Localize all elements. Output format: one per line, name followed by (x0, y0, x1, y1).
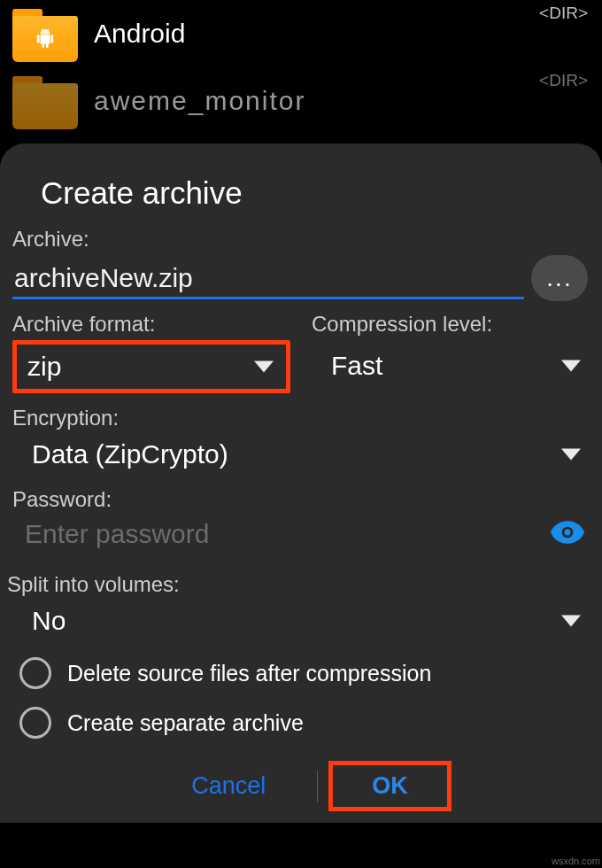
delete-source-checkbox[interactable]: Delete source files after compression (12, 648, 590, 698)
button-separator (317, 771, 318, 802)
password-input[interactable] (12, 515, 542, 553)
chevron-down-icon (254, 360, 274, 373)
encryption-dropdown[interactable]: Data (ZipCrypto) (12, 434, 590, 475)
separate-archive-label: Create separate archive (67, 710, 304, 736)
android-icon (35, 27, 55, 55)
archive-label: Archive: (12, 227, 590, 252)
folder-icon (12, 74, 78, 128)
compression-label: Compression level: (312, 312, 590, 337)
highlight-format: zip (12, 340, 290, 393)
file-name: Android (94, 19, 185, 49)
chevron-down-icon (561, 448, 581, 461)
chevron-down-icon (561, 615, 581, 627)
file-name: aweme_monitor (94, 86, 305, 116)
browse-button[interactable]: ... (531, 255, 588, 301)
create-archive-dialog: Create archive Archive: ... Archive form… (0, 143, 602, 823)
folder-icon (12, 7, 78, 60)
highlight-ok: OK (328, 761, 452, 811)
delete-source-label: Delete source files after compression (67, 661, 431, 686)
chevron-down-icon (561, 360, 581, 372)
show-password-icon[interactable] (551, 521, 590, 547)
dialog-buttons: Cancel OK (12, 760, 590, 823)
watermark: wsxdn.com (552, 856, 600, 866)
dir-tag: <DIR> (539, 71, 588, 90)
password-label: Password: (12, 487, 590, 512)
file-row-android[interactable]: <DIR> Android (0, 0, 602, 67)
encryption-label: Encryption: (12, 406, 590, 430)
compression-level-dropdown[interactable]: Fast (312, 340, 590, 386)
encryption-value: Data (ZipCrypto) (32, 439, 228, 469)
file-row-aweme[interactable]: <DIR> aweme_monitor (0, 67, 602, 135)
separate-archive-checkbox[interactable]: Create separate archive (12, 698, 590, 748)
compression-value: Fast (331, 351, 382, 381)
svg-point-1 (565, 530, 571, 536)
dir-tag: <DIR> (539, 4, 588, 23)
radio-unchecked-icon (19, 707, 51, 739)
ok-button[interactable]: OK (365, 772, 415, 800)
file-list: <DIR> Android <DIR> aweme_monitor (0, 0, 602, 135)
format-value: zip (27, 352, 61, 382)
archive-name-input[interactable] (12, 258, 524, 299)
format-label: Archive format: (12, 312, 290, 337)
split-label: Split into volumes: (7, 572, 590, 597)
split-volumes-dropdown[interactable]: No (12, 601, 590, 641)
archive-format-dropdown[interactable]: zip (22, 346, 277, 387)
dialog-title: Create archive (12, 175, 590, 227)
split-value: No (32, 606, 66, 636)
radio-unchecked-icon (19, 657, 51, 689)
cancel-button[interactable]: Cancel (150, 760, 306, 812)
